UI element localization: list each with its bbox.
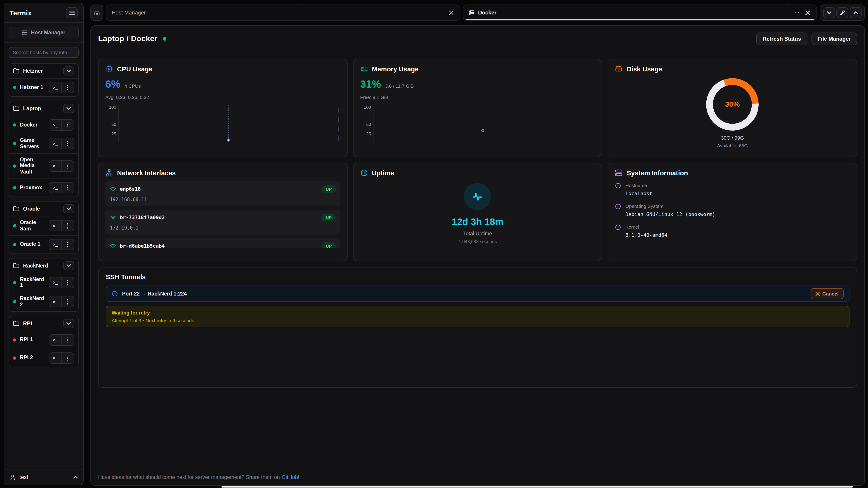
home-button[interactable]: [90, 4, 103, 21]
scroll-tabs-down-button[interactable]: [823, 7, 835, 18]
host-terminal-button[interactable]: >_: [49, 239, 61, 250]
chevron-up-icon: [73, 476, 78, 479]
host-menu-button[interactable]: [61, 221, 74, 231]
host-terminal-button[interactable]: >_: [49, 120, 61, 130]
plot-area: [118, 105, 338, 142]
page-header: Laptop / Docker Refresh Status File Mana…: [91, 26, 864, 53]
tab-docker[interactable]: Docker: [463, 4, 817, 21]
host-menu-button[interactable]: [61, 161, 74, 171]
crosshair-line: [228, 105, 229, 142]
group-header[interactable]: Hetzner: [9, 64, 78, 78]
sidebar-menu-button[interactable]: [66, 7, 78, 18]
github-link[interactable]: GitHub: [282, 475, 298, 480]
tab-host-manager[interactable]: Host Manager: [106, 4, 460, 21]
host-terminal-button[interactable]: >_: [49, 138, 61, 149]
host-row-game-servers[interactable]: Game Servers >_: [9, 134, 78, 153]
chevron-down-icon: [66, 207, 71, 210]
host-actions: >_: [49, 182, 74, 193]
host-terminal-button[interactable]: >_: [49, 278, 61, 288]
file-manager-button[interactable]: File Manager: [811, 33, 857, 45]
tools-button[interactable]: [836, 7, 848, 18]
system-info-value: 6.1.0-40-amd64: [625, 232, 667, 238]
host-terminal-button[interactable]: >_: [49, 297, 61, 307]
host-terminal-button[interactable]: >_: [49, 221, 61, 231]
uptime-label: Total Uptime: [463, 231, 492, 236]
group-collapse-button[interactable]: [63, 319, 74, 328]
cancel-tunnel-button[interactable]: Cancel: [811, 288, 844, 299]
cpu-load-avg: Avg: 0.33, 0.36, 0.32: [105, 94, 340, 100]
system-info-row: Kernel 6.1.0-40-amd64: [615, 224, 850, 238]
system-info-row: Hostname localhost: [615, 183, 850, 197]
host-row-oracle-sam[interactable]: Oracle Sam >_: [9, 216, 78, 235]
host-terminal-button[interactable]: >_: [49, 335, 61, 345]
close-tab-button[interactable]: [448, 9, 454, 16]
system-information-card: System Information Hostname localhost Op…: [608, 163, 857, 261]
group-collapse-button[interactable]: [63, 104, 74, 113]
host-name: Oracle Sam: [20, 220, 45, 232]
host-row-proxmox[interactable]: Proxmox >_: [9, 178, 78, 197]
kebab-menu-icon: [67, 141, 68, 146]
host-menu-button[interactable]: [61, 335, 74, 345]
group-collapse-button[interactable]: [63, 66, 74, 75]
host-menu-button[interactable]: [61, 239, 74, 250]
host-menu-button[interactable]: [61, 120, 74, 130]
host-name: RPI 1: [20, 337, 45, 343]
server-icon: [469, 10, 474, 15]
host-row-open-media-vault[interactable]: Open Media Vault >_: [9, 153, 78, 178]
host-row-oracle-1[interactable]: Oracle 1 >_: [9, 235, 78, 253]
footer-suffix: !: [298, 475, 299, 480]
terminal-icon: >_: [53, 85, 58, 90]
host-menu-button[interactable]: [61, 297, 74, 307]
host-terminal-button[interactable]: >_: [49, 183, 61, 193]
host-actions: >_: [49, 82, 74, 93]
tab-label: Host Manager: [112, 9, 146, 16]
host-menu-button[interactable]: [61, 82, 74, 93]
host-menu-button[interactable]: [61, 183, 74, 193]
group-collapse-button[interactable]: [63, 204, 74, 213]
uptime-card: Uptime 12d 3h 18m Total Uptime 1,048,683…: [353, 163, 602, 261]
host-menu-button[interactable]: [61, 278, 74, 288]
host-row-hetzner-1[interactable]: Hetzner 1 >_: [9, 78, 78, 96]
host-name: Hetzner 1: [20, 84, 45, 91]
host-row-racknerd-1[interactable]: RackNerd 1 >_: [9, 273, 78, 292]
group-header[interactable]: RackNerd: [9, 258, 78, 273]
host-name: RackNerd 1: [20, 276, 45, 289]
user-menu[interactable]: test: [4, 469, 83, 485]
terminal-icon: >_: [53, 224, 58, 228]
scroll-tabs-up-button[interactable]: [850, 7, 862, 18]
disk-used-total: 30G / 99G: [721, 135, 744, 140]
host-manager-button[interactable]: Host Manager: [8, 27, 79, 38]
host-row-docker[interactable]: Docker >_: [9, 116, 78, 134]
refresh-status-button[interactable]: Refresh Status: [756, 33, 807, 45]
host-terminal-button[interactable]: >_: [49, 353, 61, 363]
kebab-menu-icon: [67, 299, 68, 304]
status-dot: [13, 224, 16, 228]
group-name: Oracle: [23, 205, 60, 212]
group-header[interactable]: RPI: [9, 316, 78, 331]
group-header[interactable]: Laptop: [9, 101, 78, 116]
interface-ip: 172.19.0.1: [110, 225, 336, 230]
group-header[interactable]: Oracle: [9, 201, 78, 216]
host-menu-button[interactable]: [61, 138, 74, 149]
memory-free: Free: 8.1 GiB: [360, 94, 595, 100]
host-terminal-button[interactable]: >_: [49, 161, 61, 171]
host-row-rpi-1[interactable]: RPI 1 >_: [9, 331, 78, 349]
close-tab-button[interactable]: [804, 9, 811, 16]
host-actions: >_: [49, 220, 74, 232]
tab-controls: [819, 4, 865, 21]
footer-text: Have ideas for what should come next for…: [98, 475, 280, 480]
kebab-menu-icon: [67, 85, 68, 90]
status-dot: [13, 281, 16, 284]
host-row-racknerd-2[interactable]: RackNerd 2 >_: [9, 292, 78, 311]
split-view-button[interactable]: [794, 9, 801, 16]
terminal-icon: >_: [53, 141, 58, 146]
group-collapse-button[interactable]: [63, 261, 74, 270]
interface-row: enp6s18 UP 192.168.68.11: [105, 181, 340, 206]
disk-donut-chart: 30%: [706, 78, 758, 131]
kebab-menu-icon: [67, 355, 68, 361]
host-menu-button[interactable]: [61, 353, 74, 363]
interface-name: br-73718f7a09d2: [120, 215, 318, 221]
search-input[interactable]: [8, 47, 79, 58]
host-row-rpi-2[interactable]: RPI 2 >_: [9, 349, 78, 367]
host-terminal-button[interactable]: >_: [49, 82, 61, 93]
